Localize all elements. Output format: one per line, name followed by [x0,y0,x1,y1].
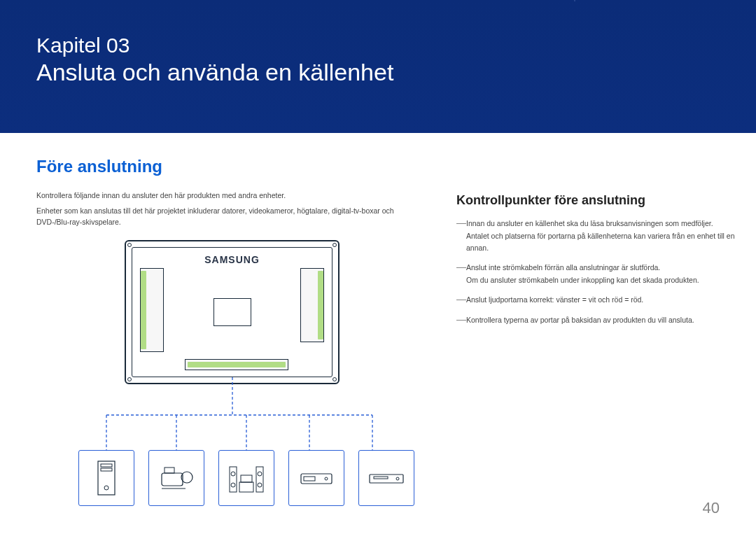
device-set-top-box [288,450,344,506]
port-highlight-right [318,271,323,339]
checkpoint-subtext: Antalet och platserna för portarna på kä… [466,230,736,253]
page-content: Före anslutning Kontrollera följande inn… [0,133,756,506]
checkpoint-text: Innan du ansluter en källenhet ska du lä… [466,219,713,227]
checkpoint-subtext: Om du ansluter strömkabeln under inkoppl… [466,274,736,286]
dash-icon: ― [456,314,466,324]
checkpoints-heading: Kontrollpunkter före anslutning [456,193,736,208]
intro-paragraph-1: Kontrollera följande innan du ansluter d… [36,190,428,202]
banner-decorative-pattern [574,0,756,133]
page-number: 40 [703,499,720,517]
port-highlight-left [141,271,146,349]
checkpoint-item: ― Anslut inte strömkabeln förrän alla an… [456,262,736,286]
svg-rect-26 [374,477,388,479]
checkpoint-text: Anslut inte strömkabeln förrän alla ansl… [466,263,660,272]
section-heading: Före anslutning [36,157,428,176]
right-column: Kontrollpunkter före anslutning ― Innan … [456,157,736,506]
checkpoint-item: ― Kontrollera typerna av portar på baksi… [456,314,736,325]
svg-point-17 [231,483,235,487]
device-computer-tower [78,450,134,506]
svg-point-27 [396,477,399,480]
svg-point-16 [231,472,235,476]
svg-rect-15 [256,467,263,492]
device-video-camera [148,450,204,506]
port-highlight-bottom [188,362,286,367]
dvd-player-icon [367,469,406,487]
svg-point-18 [258,472,262,476]
svg-rect-11 [162,473,183,486]
left-column: Före anslutning Kontrollera följande inn… [36,157,428,506]
video-camera-icon [158,463,195,493]
tv-back-panel: SAMSUNG [125,240,340,384]
device-row [78,450,414,506]
dash-icon: ― [456,218,466,227]
checkpoint-text: Anslut ljudportarna korrekt: vänster = v… [466,295,643,304]
connection-diagram: SAMSUNG [36,240,428,506]
checkpoint-item: ― Innan du ansluter en källenhet ska du … [456,218,736,253]
tv-brand-label: SAMSUNG [204,254,260,265]
dash-icon: ― [456,294,466,304]
checkpoint-text: Kontrollera typerna av portar på baksida… [466,316,694,324]
computer-tower-icon [92,458,120,498]
svg-rect-13 [164,468,174,473]
svg-point-19 [258,483,262,487]
device-speaker-system [218,450,274,506]
svg-point-10 [104,486,108,490]
svg-rect-21 [241,475,252,482]
svg-rect-8 [101,464,112,467]
svg-rect-14 [230,467,237,492]
svg-rect-23 [304,477,315,481]
device-dvd-player [358,450,414,506]
tv-vesa-plate [214,298,251,326]
checkpoints-list: ― Innan du ansluter en källenhet ska du … [456,218,736,325]
speaker-system-icon [227,461,266,495]
set-top-box-icon [297,468,336,488]
svg-point-24 [325,477,328,480]
svg-rect-9 [101,468,112,471]
svg-rect-22 [301,474,332,484]
svg-rect-20 [239,482,253,492]
dash-icon: ― [456,262,466,272]
chapter-banner: Kapitel 03 Ansluta och använda en källen… [0,0,756,133]
intro-paragraph-2: Enheter som kan anslutas till det här pr… [36,206,428,228]
checkpoint-item: ― Anslut ljudportarna korrekt: vänster =… [456,294,736,305]
